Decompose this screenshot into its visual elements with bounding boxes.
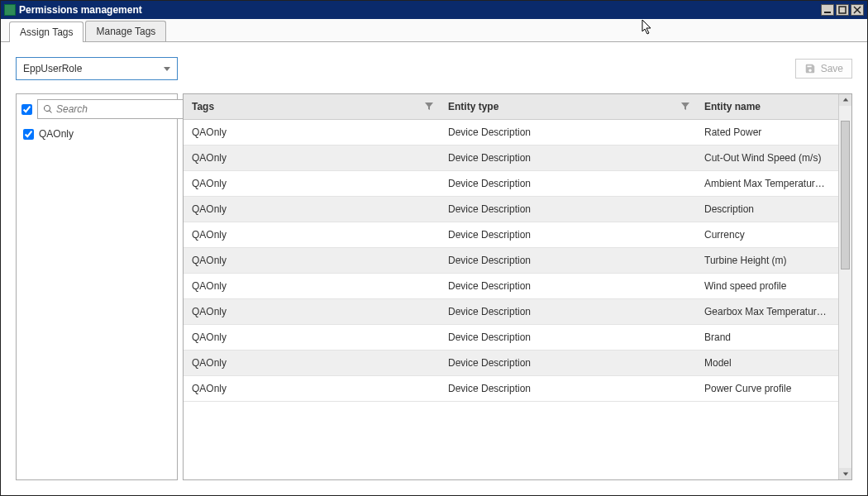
cell-entity-type: Device Description bbox=[440, 325, 696, 351]
minimize-icon bbox=[823, 6, 832, 14]
cell-tags: QAOnly bbox=[184, 325, 440, 351]
permissions-table: Tags Entity type bbox=[184, 94, 838, 402]
column-header-tags[interactable]: Tags bbox=[184, 94, 440, 120]
toolbar-row: EppUserRole Save bbox=[16, 57, 852, 80]
window-title: Permissions management bbox=[19, 4, 821, 16]
table-row[interactable]: QAOnlyDevice DescriptionBrand bbox=[184, 325, 838, 351]
table-row[interactable]: QAOnlyDevice DescriptionAmbient Max Temp… bbox=[184, 171, 838, 197]
save-icon bbox=[804, 63, 816, 74]
scroll-up-button[interactable] bbox=[839, 94, 851, 106]
cell-entity-type: Device Description bbox=[440, 299, 696, 325]
window-controls bbox=[821, 4, 864, 16]
cell-entity-name: Turbine Height (m) bbox=[696, 248, 838, 274]
cell-entity-type: Device Description bbox=[440, 120, 696, 145]
cell-entity-name: Model bbox=[696, 351, 838, 376]
cell-tags: QAOnly bbox=[184, 222, 440, 248]
column-header-label: Entity type bbox=[448, 101, 498, 112]
search-icon bbox=[43, 104, 53, 114]
maximize-button[interactable] bbox=[836, 4, 849, 16]
tag-search-input[interactable] bbox=[56, 103, 181, 115]
cell-entity-name: Power Curve profile bbox=[696, 376, 838, 402]
permissions-table-scroll: Tags Entity type bbox=[184, 94, 838, 479]
scrollbar-thumb[interactable] bbox=[841, 121, 850, 269]
vertical-scrollbar[interactable] bbox=[838, 94, 851, 479]
tab-label: Manage Tags bbox=[96, 26, 155, 37]
cell-entity-type: Device Description bbox=[440, 222, 696, 248]
cell-entity-type: Device Description bbox=[440, 274, 696, 299]
role-select[interactable]: EppUserRole bbox=[16, 57, 178, 80]
table-row[interactable]: QAOnlyDevice DescriptionPower Curve prof… bbox=[184, 376, 838, 402]
content-area: EppUserRole Save QAOnly bbox=[1, 42, 867, 495]
cell-entity-name: Rated Power bbox=[696, 120, 838, 145]
chevron-down-icon bbox=[842, 470, 849, 477]
svg-rect-1 bbox=[839, 7, 846, 13]
column-header-entity-type[interactable]: Entity type bbox=[440, 94, 696, 120]
split-pane: QAOnly Tags bbox=[16, 93, 852, 480]
svg-rect-0 bbox=[824, 12, 831, 13]
tab-assign-tags[interactable]: Assign Tags bbox=[9, 21, 83, 42]
column-header-label: Entity name bbox=[704, 101, 761, 112]
cell-entity-type: Device Description bbox=[440, 248, 696, 274]
cell-tags: QAOnly bbox=[184, 248, 440, 274]
table-row[interactable]: QAOnlyDevice DescriptionCurrency bbox=[184, 222, 838, 248]
tag-checkbox[interactable] bbox=[23, 129, 34, 140]
cell-tags: QAOnly bbox=[184, 197, 440, 222]
tag-list: QAOnly bbox=[21, 126, 172, 142]
scroll-down-button[interactable] bbox=[839, 468, 851, 479]
cell-entity-type: Device Description bbox=[440, 376, 696, 402]
tab-label: Assign Tags bbox=[20, 26, 73, 38]
table-row[interactable]: QAOnlyDevice DescriptionGearbox Max Temp… bbox=[184, 299, 838, 325]
cell-entity-type: Device Description bbox=[440, 171, 696, 197]
filter-icon[interactable] bbox=[425, 103, 433, 111]
table-row[interactable]: QAOnlyDevice DescriptionWind speed profi… bbox=[184, 274, 838, 299]
table-row[interactable]: QAOnlyDevice DescriptionModel bbox=[184, 351, 838, 376]
app-icon bbox=[4, 4, 16, 16]
cell-tags: QAOnly bbox=[184, 145, 440, 171]
tag-search-row bbox=[21, 99, 172, 119]
cell-tags: QAOnly bbox=[184, 351, 440, 376]
app-window: Permissions management Assign Tags Manag… bbox=[0, 0, 868, 496]
select-all-tags-checkbox[interactable] bbox=[21, 104, 32, 115]
save-button-label: Save bbox=[821, 63, 843, 74]
role-select-value: EppUserRole bbox=[23, 63, 82, 74]
titlebar: Permissions management bbox=[1, 1, 867, 19]
close-icon bbox=[853, 6, 861, 14]
tag-search-box bbox=[37, 99, 187, 119]
close-button[interactable] bbox=[851, 4, 864, 16]
cell-entity-name: Cut-Out Wind Speed (m/s) bbox=[696, 145, 838, 171]
tab-manage-tags[interactable]: Manage Tags bbox=[85, 21, 166, 41]
scrollbar-track[interactable] bbox=[839, 106, 851, 468]
cell-entity-name: Description bbox=[696, 197, 838, 222]
table-row[interactable]: QAOnlyDevice DescriptionRated Power bbox=[184, 120, 838, 145]
chevron-up-icon bbox=[842, 97, 849, 103]
table-row[interactable]: QAOnlyDevice DescriptionDescription bbox=[184, 197, 838, 222]
cell-entity-name: Brand bbox=[696, 325, 838, 351]
table-row[interactable]: QAOnlyDevice DescriptionTurbine Height (… bbox=[184, 248, 838, 274]
table-row[interactable]: QAOnlyDevice DescriptionCut-Out Wind Spe… bbox=[184, 145, 838, 171]
cell-tags: QAOnly bbox=[184, 171, 440, 197]
tag-filter-panel: QAOnly bbox=[16, 93, 178, 480]
cell-tags: QAOnly bbox=[184, 376, 440, 402]
save-button[interactable]: Save bbox=[795, 59, 852, 79]
cell-tags: QAOnly bbox=[184, 274, 440, 299]
cell-entity-name: Currency bbox=[696, 222, 838, 248]
maximize-icon bbox=[838, 6, 847, 14]
cell-entity-name: Ambient Max Temperature (ºC) bbox=[696, 171, 838, 197]
tag-label: QAOnly bbox=[39, 128, 74, 140]
cell-entity-type: Device Description bbox=[440, 145, 696, 171]
cell-entity-type: Device Description bbox=[440, 351, 696, 376]
tab-strip: Assign Tags Manage Tags bbox=[1, 19, 867, 42]
cell-tags: QAOnly bbox=[184, 299, 440, 325]
cell-entity-type: Device Description bbox=[440, 197, 696, 222]
permissions-table-wrap: Tags Entity type bbox=[183, 93, 852, 480]
filter-icon[interactable] bbox=[681, 103, 689, 111]
tag-list-item: QAOnly bbox=[21, 126, 172, 142]
column-header-entity-name[interactable]: Entity name bbox=[696, 94, 838, 120]
minimize-button[interactable] bbox=[821, 4, 834, 16]
column-header-label: Tags bbox=[192, 101, 214, 112]
cell-tags: QAOnly bbox=[184, 120, 440, 145]
cell-entity-name: Gearbox Max Temperature (ºC) bbox=[696, 299, 838, 325]
cell-entity-name: Wind speed profile bbox=[696, 274, 838, 299]
chevron-down-icon bbox=[164, 67, 170, 71]
